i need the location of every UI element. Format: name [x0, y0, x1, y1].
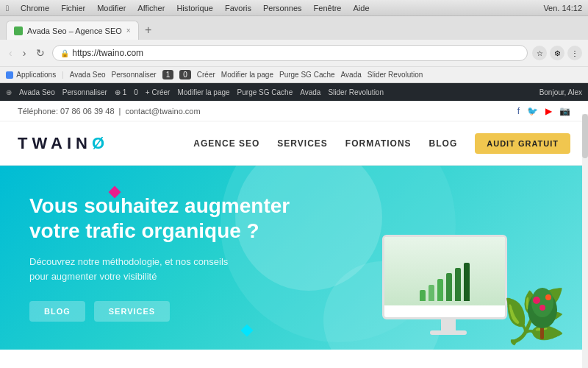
new-tab-button[interactable]: + — [139, 21, 158, 40]
browser-tab-active[interactable]: Avada Seo – Agence SEO × — [6, 21, 139, 40]
nav-links: AGENCE SEO SERVICES FORMATIONS BLOG AUDI… — [193, 133, 570, 154]
fruit-plant-illustration — [514, 269, 573, 346]
hero-section: Vous souhaitez augmenter votre trafic or… — [0, 166, 588, 350]
wp-item-count2[interactable]: 0 — [134, 88, 138, 96]
scrollbar-thumb[interactable] — [582, 114, 588, 158]
hero-content: Vous souhaitez augmenter votre trafic or… — [29, 194, 290, 322]
bookmarks-bar: Applications | Avada Seo Personnaliser 1… — [0, 66, 588, 82]
hero-blog-button[interactable]: BLOG — [29, 301, 85, 322]
site-phone: Téléphone: 07 86 06 39 48 — [18, 107, 115, 116]
site-navigation: TWAINØ AGENCE SEO SERVICES FORMATIONS BL… — [0, 121, 588, 166]
bookmark-personnaliser[interactable]: Personnaliser — [112, 71, 157, 79]
browser-action-buttons: ☆ ⚙ ⋮ — [532, 46, 582, 60]
monitor-screen — [384, 237, 505, 305]
ssl-lock-icon: 🔒 — [60, 49, 69, 57]
wp-item-modifier[interactable]: Modifier la page — [177, 88, 229, 96]
url-text: https://twaino.com — [72, 48, 143, 58]
website-content: Téléphone: 07 86 06 39 48 | contact@twai… — [0, 101, 588, 350]
wp-item-count1[interactable]: ⊕ 1 — [115, 88, 126, 96]
bookmark-count2[interactable]: 0 — [179, 70, 191, 79]
nav-agence-seo[interactable]: AGENCE SEO — [193, 138, 259, 149]
svg-point-3 — [533, 297, 540, 304]
hero-buttons: BLOG SERVICES — [29, 301, 290, 322]
svg-point-5 — [539, 305, 545, 311]
nav-cta-button[interactable]: AUDIT GRATUIT — [475, 133, 570, 154]
star-button[interactable]: ☆ — [532, 46, 547, 60]
site-logo[interactable]: TWAINØ — [18, 134, 109, 153]
svg-point-4 — [545, 294, 551, 300]
twitter-icon[interactable]: 🐦 — [527, 106, 538, 116]
hero-services-button[interactable]: SERVICES — [94, 301, 170, 322]
wp-item-personnaliser[interactable]: Personnaliser — [62, 88, 107, 96]
more-button[interactable]: ⋮ — [567, 46, 582, 60]
site-contact-info: Téléphone: 07 86 06 39 48 | contact@twai… — [18, 107, 201, 116]
fichier-menu[interactable]: Fichier — [61, 4, 85, 13]
chrome-menu[interactable]: Chrome — [21, 4, 49, 13]
aide-menu[interactable]: Aide — [354, 4, 370, 13]
nav-services[interactable]: SERVICES — [277, 138, 327, 149]
os-menu-items:  Chrome Fichier Modifier Afficher Histo… — [6, 4, 370, 13]
site-top-bar: Téléphone: 07 86 06 39 48 | contact@twai… — [0, 101, 588, 121]
nav-formations[interactable]: FORMATIONS — [345, 138, 412, 149]
hero-title: Vous souhaitez augmenter votre trafic or… — [29, 194, 290, 243]
plant-bar-4 — [446, 273, 452, 301]
monitor-illustration — [382, 235, 514, 335]
os-menubar:  Chrome Fichier Modifier Afficher Histo… — [0, 0, 588, 16]
bookmark-applications[interactable]: Applications — [6, 71, 56, 79]
reload-button[interactable]: ↻ — [33, 46, 48, 60]
instagram-icon[interactable]: 📷 — [559, 106, 570, 116]
plant-bar-5 — [455, 268, 461, 301]
plant-bar-6 — [464, 263, 470, 301]
bookmark-slider[interactable]: Slider Revolution — [368, 71, 423, 79]
forward-button[interactable]: › — [20, 46, 29, 60]
bookmark-creer[interactable]: Créer — [197, 71, 215, 79]
browser-chrome: Avada Seo – Agence SEO × + ‹ › ↻ 🔒 https… — [0, 16, 588, 83]
wp-item-avada[interactable]: Avada Seo — [19, 88, 55, 96]
monitor-stand — [441, 319, 456, 330]
site-email: contact@twaino.com — [125, 107, 200, 116]
fenetre-menu[interactable]: Fenêtre — [314, 4, 342, 13]
site-separator: | — [119, 107, 121, 116]
tab-favicon — [14, 26, 23, 35]
os-datetime: Ven. 14:12 — [543, 4, 582, 13]
wp-item-slider[interactable]: Slider Revolution — [328, 88, 384, 96]
bookmark-modifier[interactable]: Modifier la page — [221, 71, 273, 79]
favoris-menu[interactable]: Favoris — [225, 4, 251, 13]
bookmark-purge[interactable]: Purge SG Cache — [279, 71, 335, 79]
tab-close-button[interactable]: × — [126, 26, 131, 35]
historique-menu[interactable]: Historique — [176, 4, 213, 13]
plant-bar-3 — [437, 279, 443, 301]
bookmark-count1[interactable]: 1 — [162, 70, 174, 79]
address-bar: ‹ › ↻ 🔒 https://twaino.com ☆ ⚙ ⋮ — [0, 40, 588, 66]
wp-item-purge[interactable]: Purge SG Cache — [237, 88, 293, 96]
personnes-menu[interactable]: Personnes — [263, 4, 302, 13]
wp-greeting: Bonjour, Alex — [539, 88, 582, 96]
tab-bar: Avada Seo – Agence SEO × + — [0, 16, 588, 40]
wp-item-avada2[interactable]: Avada — [300, 88, 320, 96]
facebook-icon[interactable]: f — [517, 106, 520, 116]
diamond-cyan-decoration — [241, 325, 254, 337]
scrollbar-track[interactable] — [582, 114, 588, 368]
extensions-button[interactable]: ⚙ — [550, 46, 564, 60]
back-button[interactable]: ‹ — [6, 46, 15, 60]
site-social-links: f 🐦 ▶ 📷 — [517, 106, 570, 116]
modifier-menu[interactable]: Modifier — [97, 4, 126, 13]
afficher-menu[interactable]: Afficher — [137, 4, 165, 13]
hero-subtitle: Découvrez notre méthodologie, et nos con… — [29, 255, 290, 283]
bookmark-avada[interactable]: Avada Seo — [70, 71, 106, 79]
plant-bar-2 — [429, 285, 434, 301]
monitor-frame — [382, 235, 507, 319]
wp-item-creer[interactable]: + Créer — [146, 88, 171, 96]
wp-logo: ⊕ — [6, 88, 12, 96]
bookmark-avada2[interactable]: Avada — [341, 71, 362, 79]
plant-bar-1 — [420, 290, 426, 301]
tab-title: Avada Seo – Agence SEO — [27, 26, 122, 35]
apple-menu[interactable]:  — [6, 4, 9, 13]
youtube-icon[interactable]: ▶ — [545, 106, 552, 116]
url-bar[interactable]: 🔒 https://twaino.com — [52, 45, 528, 61]
monitor-base — [430, 330, 467, 335]
logo-dot: Ø — [92, 134, 109, 152]
nav-blog[interactable]: BLOG — [429, 138, 458, 149]
wp-admin-bar: ⊕ Avada Seo Personnaliser ⊕ 1 0 + Créer … — [0, 83, 588, 101]
